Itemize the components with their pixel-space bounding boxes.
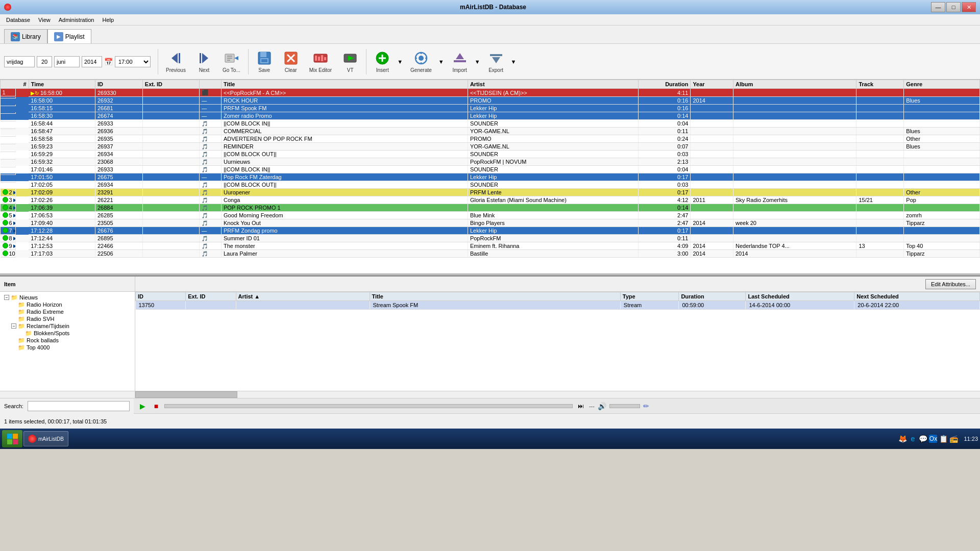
- tree-scrollbar[interactable]: [0, 391, 135, 398]
- tab-library[interactable]: 📚 Library: [4, 29, 47, 43]
- month-field[interactable]: [54, 56, 80, 67]
- mix-editor-button[interactable]: Mix Editor: [305, 47, 336, 77]
- expand-icon[interactable]: −: [4, 295, 9, 300]
- playlist-row[interactable]: 4▶17:06:3926884🎵POP ROCK PROMO 10:14: [1, 204, 980, 212]
- import-dropdown[interactable]: ▼: [473, 47, 482, 77]
- volume-slider[interactable]: [609, 404, 640, 408]
- day-field[interactable]: [4, 56, 35, 67]
- taskbar-mairlistdb[interactable]: mAirListDB: [23, 431, 68, 446]
- playlist-row[interactable]: 2▶17:02:0923291🎵UuropenerPRFM Lente0:17O…: [1, 189, 980, 196]
- tree-item-reclame[interactable]: −📁Reclame/Tijdsein: [2, 322, 133, 330]
- db-col-extid[interactable]: Ext. ID: [186, 292, 236, 301]
- clear-button[interactable]: Clear: [278, 47, 304, 77]
- col-header-duration[interactable]: Duration: [639, 80, 691, 89]
- col-header-id[interactable]: ID: [95, 80, 142, 89]
- playlist-row[interactable]: 16:59:2926934🎵||COM BLOCK OUT||SOUNDER0:…: [1, 151, 980, 158]
- maximize-button[interactable]: □: [946, 2, 961, 12]
- radio-icon[interactable]: 📻: [949, 435, 958, 443]
- player-progress-bar[interactable]: [164, 404, 573, 408]
- col-header-album[interactable]: Album: [733, 80, 856, 89]
- db-col-title[interactable]: Title: [370, 292, 620, 301]
- col-header-artist[interactable]: Artist: [468, 80, 638, 89]
- playlist-row[interactable]: 16:58:0026932—ROCK HOURPROMO0:162014Blue…: [1, 97, 980, 105]
- tree-item-radio_horizon[interactable]: 📁Radio Horizon: [2, 301, 133, 308]
- col-header-num[interactable]: #: [1, 80, 29, 89]
- generate-button[interactable]: Generate: [406, 47, 436, 77]
- playlist-row[interactable]: 16:58:4426933🎵||COM BLOCK IN||SOUNDER0:0…: [1, 120, 980, 128]
- horizontal-scrollbar[interactable]: [135, 391, 980, 398]
- year-field[interactable]: [82, 56, 102, 67]
- db-row[interactable]: 13750Stream Spook FMStream00:59:0014-6-2…: [136, 301, 980, 310]
- playlist-row[interactable]: 9▶17:12:5322466🎵The monsterEminem ft. Ri…: [1, 242, 980, 250]
- playlist-row[interactable]: 10▶17:17:0322506🎵Laura PalmerBastille3:0…: [1, 250, 980, 258]
- start-button[interactable]: [2, 430, 22, 447]
- export-dropdown[interactable]: ▼: [509, 47, 519, 77]
- col-header-time[interactable]: Time: [29, 80, 95, 89]
- expand-icon[interactable]: −: [11, 323, 16, 329]
- import-button[interactable]: Import: [447, 47, 473, 77]
- edit-attributes-button[interactable]: Edit Attributes...: [925, 279, 976, 289]
- close-button[interactable]: ✕: [962, 2, 976, 12]
- playlist-row[interactable]: 17:01:4626933🎵||COM BLOCK IN||SOUNDER0:0…: [1, 166, 980, 173]
- skype-icon[interactable]: 💬: [919, 435, 927, 443]
- playlist-row[interactable]: 8▶17:12:4426895🎵Summer ID 01PopRockFM0:1…: [1, 235, 980, 242]
- pencil-icon[interactable]: ✏: [643, 402, 649, 410]
- menu-database[interactable]: Database: [2, 16, 34, 24]
- playlist-row[interactable]: 6▶17:09:4023505🎵Knock You OutBingo Playe…: [1, 219, 980, 227]
- playlist-row[interactable]: 16:58:3026674—Zomer radio PromoLekker Hi…: [1, 112, 980, 120]
- menu-help[interactable]: Help: [98, 16, 118, 24]
- tree-item-radio_svh[interactable]: 📁Radio SVH: [2, 315, 133, 322]
- playlist-row[interactable]: 17:01:5026675—Pop Rock FM ZaterdagLekker…: [1, 173, 980, 181]
- playlist-row[interactable]: 3▶17:02:2626221🎵CongaGloria Estefan (Mia…: [1, 196, 980, 204]
- tab-playlist[interactable]: ▶ Playlist: [47, 29, 91, 43]
- skip-button[interactable]: ⏭: [576, 401, 586, 411]
- minimize-button[interactable]: —: [931, 2, 945, 12]
- tree-item-nieuws[interactable]: −📁Nieuws: [2, 294, 133, 301]
- db-col-next-scheduled[interactable]: Next Scheduled: [854, 292, 980, 301]
- stop-button[interactable]: ■: [151, 401, 161, 411]
- insert-dropdown[interactable]: ▼: [395, 47, 405, 77]
- playlist-row[interactable]: 5▶17:06:5326285🎵Good Morning FreedomBlue…: [1, 212, 980, 219]
- vt-button[interactable]: VT: [337, 47, 363, 77]
- db-table-container[interactable]: ID Ext. ID Artist ▲ Title Type Duration …: [135, 292, 980, 391]
- insert-button[interactable]: Insert: [370, 47, 395, 77]
- tree-item-top_4000[interactable]: 📁Top 4000: [2, 344, 133, 351]
- menu-administration[interactable]: Administration: [55, 16, 99, 24]
- playlist-row[interactable]: 1▶↻ 16:58:00269330⬛<<PopRockFM - A CM>><…: [1, 89, 980, 97]
- generate-dropdown[interactable]: ▼: [436, 47, 446, 77]
- tree-item-radio_extreme[interactable]: 📁Radio Extreme: [2, 308, 133, 315]
- tree-item-rock_ballads[interactable]: 📁Rock ballads: [2, 337, 133, 344]
- extra-icon[interactable]: 📋: [939, 435, 947, 443]
- db-col-duration[interactable]: Duration: [679, 292, 746, 301]
- col-header-title[interactable]: Title: [221, 80, 468, 89]
- day-num-field[interactable]: [37, 56, 52, 67]
- db-col-artist[interactable]: Artist ▲: [236, 292, 370, 301]
- calendar-icon[interactable]: 📅: [104, 58, 113, 66]
- db-col-id[interactable]: ID: [136, 292, 186, 301]
- search-input[interactable]: [28, 401, 130, 411]
- col-header-track[interactable]: Track: [856, 80, 904, 89]
- time-select[interactable]: 17:00: [115, 56, 151, 67]
- playlist-row[interactable]: 16:59:2326937🎵REMINDERYOR-GAME.NL0:07Blu…: [1, 143, 980, 151]
- playlist-row[interactable]: 16:58:5826935🎵ADVERTEREN OP POP ROCK FMP…: [1, 135, 980, 143]
- playlist-row[interactable]: 16:58:1526681—PRFM Spook FMLekker Hip0:1…: [1, 105, 980, 112]
- col-header-extid[interactable]: Ext. ID: [142, 80, 199, 89]
- playlist-row[interactable]: 17:02:0526934🎵||COM BLOCK OUT||SOUNDER0:…: [1, 181, 980, 189]
- ie-icon[interactable]: e: [909, 435, 917, 443]
- db-col-last-scheduled[interactable]: Last Scheduled: [746, 292, 854, 301]
- col-header-genre[interactable]: Genre: [904, 80, 980, 89]
- play-button[interactable]: ▶: [138, 401, 148, 411]
- playlist-row[interactable]: 16:59:3223068🎵UurnieuwsPopRockFM | NOVUM…: [1, 158, 980, 166]
- playlist-row[interactable]: 7▶17:12:2826676—PRFM Zondag promoLekker …: [1, 227, 980, 235]
- tree-content[interactable]: −📁Nieuws📁Radio Horizon📁Radio Extreme📁Rad…: [0, 292, 135, 391]
- playlist-row[interactable]: 16:58:4726936🎵COMMERCIALYOR-GAME.NL0:11B…: [1, 128, 980, 135]
- menu-view[interactable]: View: [34, 16, 55, 24]
- tree-item-blokken_spots[interactable]: 📁Blokken/Spots: [2, 330, 133, 337]
- firefox-icon[interactable]: 🦊: [898, 435, 906, 443]
- next-button[interactable]: Next: [191, 47, 217, 77]
- save-button[interactable]: Save: [252, 47, 277, 77]
- col-header-year[interactable]: Year: [691, 80, 733, 89]
- db-col-type[interactable]: Type: [620, 292, 679, 301]
- goto-button[interactable]: Go To...: [218, 47, 245, 77]
- outlook-icon[interactable]: Ox: [929, 435, 937, 443]
